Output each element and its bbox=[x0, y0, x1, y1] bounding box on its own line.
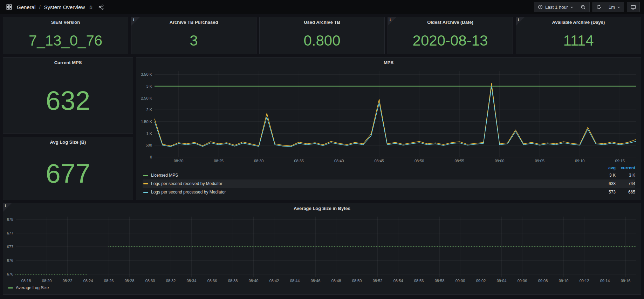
series-name[interactable]: Logs per second received by Mediator bbox=[151, 181, 596, 186]
zoom-out-icon bbox=[581, 5, 586, 10]
info-icon: i bbox=[390, 18, 391, 21]
chevron-down-icon bbox=[570, 7, 573, 8]
svg-text:08:25: 08:25 bbox=[214, 159, 224, 163]
svg-text:08:22: 08:22 bbox=[63, 279, 73, 283]
svg-text:09:08: 09:08 bbox=[538, 279, 548, 283]
tv-mode-button[interactable] bbox=[627, 2, 640, 12]
refresh-interval-picker[interactable]: 1m bbox=[605, 2, 624, 12]
panel-info-icon[interactable] bbox=[3, 203, 12, 212]
svg-text:2 K: 2 K bbox=[146, 108, 152, 112]
legend-col-current: current bbox=[616, 165, 635, 170]
svg-text:08:26: 08:26 bbox=[104, 279, 114, 283]
series-color-swatch bbox=[143, 175, 148, 176]
svg-text:08:30: 08:30 bbox=[254, 159, 264, 163]
svg-text:3 K: 3 K bbox=[146, 84, 152, 88]
panel-archive-tb-purchased: i Archive TB Purchased 3 bbox=[131, 17, 256, 54]
panel-title[interactable]: Oldest Archive (Date) bbox=[388, 17, 513, 27]
panel-average-log-size-graph: i Average Log Size in Bytes 678677677676… bbox=[3, 203, 641, 295]
mps-chart[interactable]: 05001 K1.50 K2 K2.50 K3 K3.50 K08:2008:2… bbox=[136, 67, 641, 165]
chevron-down-icon bbox=[617, 7, 620, 8]
panel-title[interactable]: Avg Log Size (B) bbox=[3, 137, 133, 147]
svg-text:08:20: 08:20 bbox=[174, 159, 184, 163]
breadcrumb-separator: / bbox=[39, 4, 40, 10]
svg-text:08:32: 08:32 bbox=[166, 279, 176, 283]
refresh-interval-label: 1m bbox=[609, 5, 615, 10]
svg-text:677: 677 bbox=[7, 245, 13, 249]
svg-text:08:42: 08:42 bbox=[269, 279, 279, 283]
svg-text:08:50: 08:50 bbox=[352, 279, 362, 283]
svg-text:08:50: 08:50 bbox=[415, 159, 424, 163]
svg-text:09:16: 09:16 bbox=[621, 279, 631, 283]
avg-log-size-chart[interactable]: 67867767767667608:1808:2008:2208:2408:26… bbox=[3, 213, 641, 285]
series-name[interactable]: Licensed MPS bbox=[151, 173, 596, 178]
svg-text:08:46: 08:46 bbox=[311, 279, 321, 283]
panel-title[interactable]: SIEM Version bbox=[3, 17, 128, 27]
mps-legend: avg current Licensed MPS 3 K 3 K Logs pe… bbox=[136, 165, 641, 198]
stat-value: 677 bbox=[46, 158, 90, 189]
svg-text:09:10: 09:10 bbox=[575, 159, 585, 163]
series-name[interactable]: Average Log Size bbox=[16, 285, 641, 290]
legend-col-avg: avg bbox=[596, 165, 616, 170]
zoom-out-button[interactable] bbox=[577, 2, 590, 12]
svg-text:08:45: 08:45 bbox=[374, 159, 384, 163]
apps-grid-icon[interactable] bbox=[5, 3, 13, 11]
svg-text:09:00: 09:00 bbox=[495, 159, 505, 163]
series-name[interactable]: Logs per second processed by Mediator bbox=[151, 190, 596, 195]
svg-text:3.50 K: 3.50 K bbox=[141, 72, 152, 76]
refresh-button[interactable] bbox=[592, 2, 605, 12]
info-icon: i bbox=[133, 18, 134, 21]
svg-text:09:05: 09:05 bbox=[535, 159, 544, 163]
panel-title[interactable]: Used Archive TB bbox=[260, 17, 384, 27]
svg-text:08:52: 08:52 bbox=[373, 279, 383, 283]
series-avg: 638 bbox=[596, 181, 616, 186]
svg-text:09:06: 09:06 bbox=[518, 279, 527, 283]
series-current: 665 bbox=[616, 190, 635, 195]
svg-text:1 K: 1 K bbox=[146, 131, 152, 136]
stat-value: 3 bbox=[190, 32, 198, 49]
panel-siem-version: SIEM Version 7_13_0_76 bbox=[3, 17, 128, 54]
legend-item-received: Logs per second received by Mediator 638… bbox=[143, 179, 635, 188]
star-icon[interactable]: ☆ bbox=[88, 4, 93, 11]
panel-title[interactable]: Average Log Size in Bytes bbox=[3, 203, 641, 213]
panel-title[interactable]: MPS bbox=[136, 57, 641, 67]
panel-info-icon[interactable] bbox=[131, 17, 140, 26]
svg-text:09:04: 09:04 bbox=[497, 279, 507, 283]
series-current: 3 K bbox=[616, 173, 635, 178]
series-current: 744 bbox=[616, 181, 635, 186]
svg-text:677: 677 bbox=[7, 231, 13, 235]
svg-text:0: 0 bbox=[150, 155, 152, 159]
stat-value: 0.800 bbox=[303, 32, 340, 49]
clock-icon bbox=[538, 5, 543, 9]
share-icon[interactable] bbox=[97, 3, 105, 11]
breadcrumb-page[interactable]: System Overview bbox=[44, 4, 85, 10]
panel-info-icon[interactable] bbox=[516, 17, 525, 26]
panel-used-archive-tb: Used Archive TB 0.800 bbox=[259, 17, 385, 54]
stat-value: 2020-08-13 bbox=[413, 32, 488, 49]
panel-title[interactable]: Current MPS bbox=[3, 57, 133, 67]
svg-text:08:34: 08:34 bbox=[187, 279, 197, 283]
svg-text:08:44: 08:44 bbox=[290, 279, 300, 283]
svg-text:08:35: 08:35 bbox=[294, 159, 304, 163]
svg-text:08:40: 08:40 bbox=[249, 279, 259, 283]
svg-text:09:15: 09:15 bbox=[615, 159, 625, 163]
time-range-label: Last 1 hour bbox=[545, 5, 568, 10]
info-icon: i bbox=[5, 204, 6, 208]
breadcrumb-folder[interactable]: General bbox=[17, 4, 35, 10]
panel-info-icon[interactable] bbox=[388, 17, 396, 26]
legend-item-licensed-mps: Licensed MPS 3 K 3 K bbox=[143, 171, 635, 179]
svg-text:676: 676 bbox=[7, 272, 13, 276]
time-range-picker[interactable]: Last 1 hour bbox=[534, 2, 577, 12]
svg-text:1.50 K: 1.50 K bbox=[141, 120, 152, 124]
panel-title[interactable]: Available Archive (Days) bbox=[516, 17, 641, 27]
legend-item-processed: Logs per second processed by Mediator 57… bbox=[143, 188, 635, 196]
series-color-swatch bbox=[143, 192, 148, 193]
svg-text:08:36: 08:36 bbox=[207, 279, 217, 283]
svg-text:08:56: 08:56 bbox=[414, 279, 424, 283]
svg-text:09:14: 09:14 bbox=[600, 279, 610, 283]
panel-title[interactable]: Archive TB Purchased bbox=[131, 17, 256, 27]
als-legend: Average Log Size bbox=[3, 285, 641, 292]
top-navbar: General / System Overview ☆ Last 1 hour bbox=[0, 0, 644, 14]
stat-value: 7_13_0_76 bbox=[29, 32, 102, 49]
series-color-swatch bbox=[143, 183, 148, 184]
svg-text:08:48: 08:48 bbox=[331, 279, 341, 283]
